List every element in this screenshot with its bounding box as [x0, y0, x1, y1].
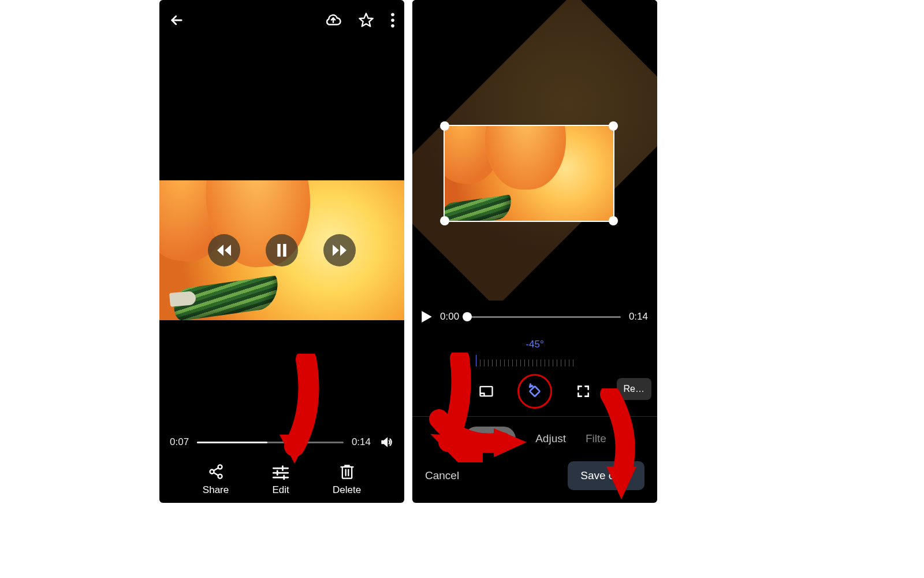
section-divider — [412, 416, 657, 417]
editor-tabs: Crop Adjust Filte — [412, 425, 657, 452]
svg-point-1 — [391, 13, 394, 16]
svg-point-2 — [391, 18, 394, 22]
tab-adjust-label: Adjust — [535, 432, 566, 444]
editor-scrubber-track[interactable] — [467, 316, 621, 318]
svg-rect-6 — [277, 244, 281, 257]
svg-marker-9 — [340, 244, 346, 256]
duration-label: 0:14 — [352, 436, 371, 448]
phone-screen-editor: 0:00 0:14 -45° Re… Crop — [412, 0, 657, 503]
playback-controls — [208, 234, 356, 266]
reset-button[interactable]: Re… — [617, 378, 651, 400]
crop-handle-tl[interactable] — [440, 121, 449, 131]
rewind-button[interactable] — [208, 234, 240, 266]
editor-current-time: 0:00 — [440, 311, 459, 323]
tab-filters-label: Filte — [586, 432, 606, 444]
edit-label: Edit — [272, 484, 289, 496]
crop-handle-bl[interactable] — [440, 216, 449, 225]
viewer-top-bar — [159, 0, 404, 40]
editor-duration: 0:14 — [629, 311, 648, 323]
tab-filters[interactable]: Filte — [586, 428, 606, 450]
save-copy-button[interactable]: Save copy — [568, 461, 644, 490]
save-label: Save copy — [580, 469, 632, 481]
svg-marker-0 — [359, 13, 372, 26]
scrubber-track[interactable] — [197, 442, 344, 443]
aspect-ratio-icon[interactable] — [477, 382, 495, 401]
delete-button[interactable]: Delete — [333, 464, 361, 496]
crop-handle-tr[interactable] — [609, 121, 618, 131]
expand-icon[interactable] — [574, 382, 593, 401]
crop-handle-br[interactable] — [609, 216, 618, 225]
reset-label: Re… — [624, 384, 644, 394]
delete-label: Delete — [333, 484, 361, 496]
scrubber-progress — [197, 442, 267, 443]
phone-screen-viewer: 0:07 0:14 Share Edit Delete — [159, 0, 404, 503]
editor-scrubber[interactable]: 0:00 0:14 — [422, 311, 648, 323]
tab-crop[interactable]: Crop — [464, 427, 516, 451]
tab-adjust[interactable]: Adjust — [535, 428, 566, 450]
rotation-angle-label: -45° — [412, 339, 657, 350]
rotate-button-highlighted[interactable] — [517, 374, 552, 409]
editor-bottom-row: Cancel Save copy — [412, 461, 657, 490]
play-icon[interactable] — [422, 311, 432, 323]
pause-button[interactable] — [266, 234, 298, 266]
share-button[interactable]: Share — [203, 464, 229, 496]
rotation-ruler[interactable] — [474, 353, 595, 366]
svg-rect-23 — [480, 387, 493, 396]
svg-point-3 — [391, 24, 394, 28]
tab-crop-label: Crop — [478, 432, 502, 444]
svg-marker-22 — [422, 311, 432, 323]
volume-icon[interactable] — [379, 435, 394, 450]
scrubber-thumb[interactable] — [463, 312, 472, 321]
cancel-button[interactable]: Cancel — [425, 469, 459, 482]
back-icon[interactable] — [169, 12, 185, 28]
cloud-upload-icon[interactable] — [325, 12, 342, 29]
svg-marker-4 — [217, 244, 223, 256]
svg-rect-7 — [283, 244, 286, 257]
favorite-star-icon[interactable] — [358, 12, 374, 28]
tutorial-image: 0:07 0:14 Share Edit Delete — [0, 0, 924, 578]
svg-rect-24 — [530, 386, 540, 397]
crop-rectangle[interactable] — [445, 126, 613, 221]
crop-canvas[interactable] — [412, 0, 657, 301]
bottom-actions-row: Share Edit Delete — [159, 464, 404, 496]
share-label: Share — [203, 484, 229, 496]
current-time-label: 0:07 — [170, 436, 189, 448]
svg-rect-19 — [342, 467, 351, 479]
edit-button[interactable]: Edit — [272, 465, 289, 496]
fast-forward-button[interactable] — [323, 234, 356, 266]
video-scrubber[interactable]: 0:07 0:14 — [170, 433, 394, 451]
cancel-label: Cancel — [425, 469, 459, 481]
video-frame[interactable] — [159, 180, 404, 320]
svg-marker-8 — [333, 244, 339, 256]
svg-marker-5 — [225, 244, 231, 256]
more-options-icon[interactable] — [390, 13, 395, 28]
